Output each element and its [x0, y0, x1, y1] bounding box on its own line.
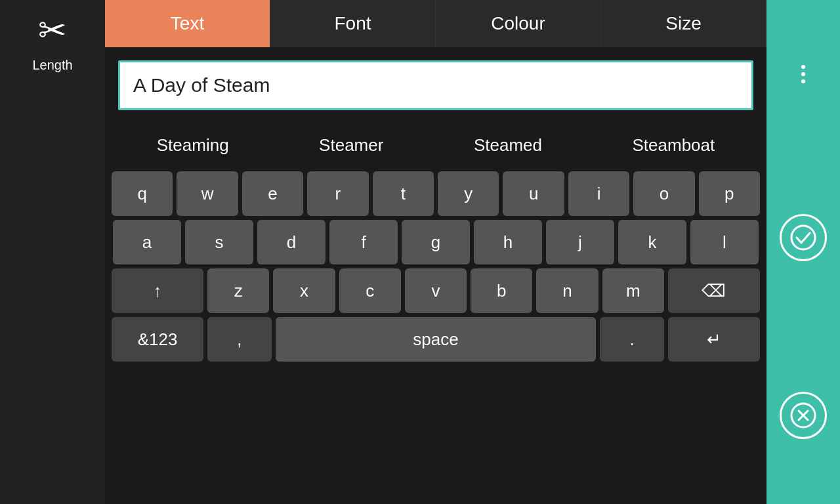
key-f[interactable]: f	[329, 220, 398, 264]
sidebar: ✂ Length	[0, 0, 105, 504]
key-e[interactable]: e	[242, 171, 303, 216]
more-dot-3	[801, 79, 805, 83]
keyboard-row-4: &123 , space . ↵	[112, 317, 760, 362]
checkmark-icon	[790, 224, 816, 251]
key-n[interactable]: n	[536, 268, 598, 313]
keyboard-row-3: ↑ z x c v b n m ⌫	[112, 268, 760, 313]
comma-key[interactable]: ,	[207, 317, 272, 362]
text-input[interactable]	[118, 60, 753, 110]
cancel-button[interactable]	[780, 392, 827, 439]
symbols-key[interactable]: &123	[112, 317, 203, 362]
suggestion-steamer[interactable]: Steamer	[311, 130, 391, 161]
period-key[interactable]: .	[600, 317, 664, 362]
svg-point-0	[791, 226, 815, 249]
key-p[interactable]: p	[699, 171, 760, 216]
suggestion-steamboat[interactable]: Steamboat	[624, 130, 723, 161]
main-content: Text Font Colour Size Steaming Steamer S…	[105, 0, 766, 504]
tab-bar: Text Font Colour Size	[105, 0, 766, 47]
key-a[interactable]: a	[113, 220, 181, 264]
shift-key[interactable]: ↑	[112, 268, 203, 313]
key-t[interactable]: t	[373, 171, 434, 216]
key-b[interactable]: b	[471, 268, 532, 313]
key-g[interactable]: g	[402, 220, 470, 264]
key-i[interactable]: i	[568, 171, 629, 216]
scissors-icon: ✂	[38, 13, 67, 47]
more-dot-2	[801, 72, 805, 76]
key-o[interactable]: o	[633, 171, 694, 216]
suggestion-steaming[interactable]: Steaming	[149, 130, 237, 161]
key-m[interactable]: m	[602, 268, 664, 313]
enter-key[interactable]: ↵	[668, 317, 760, 362]
tab-size[interactable]: Size	[601, 0, 766, 47]
key-c[interactable]: c	[339, 268, 401, 313]
key-h[interactable]: h	[474, 220, 542, 264]
key-l[interactable]: l	[690, 220, 759, 264]
key-u[interactable]: u	[503, 171, 564, 216]
key-v[interactable]: v	[405, 268, 467, 313]
suggestion-steamed[interactable]: Steamed	[466, 130, 550, 161]
key-y[interactable]: y	[438, 171, 499, 216]
keyboard-row-2: a s d f g h j k l	[112, 220, 760, 264]
close-icon	[790, 402, 816, 429]
tab-text[interactable]: Text	[105, 0, 270, 47]
key-q[interactable]: q	[112, 171, 173, 216]
key-s[interactable]: s	[185, 220, 253, 264]
keyboard-row-1: q w e r t y u i o p	[112, 171, 760, 216]
confirm-button[interactable]	[780, 214, 827, 261]
backspace-key[interactable]: ⌫	[668, 268, 760, 313]
tab-font[interactable]: Font	[270, 0, 436, 47]
length-label: Length	[32, 58, 72, 73]
action-bar	[766, 0, 840, 504]
key-x[interactable]: x	[273, 268, 335, 313]
key-k[interactable]: k	[618, 220, 686, 264]
space-key[interactable]: space	[276, 317, 597, 362]
keyboard: q w e r t y u i o p a s d f g h j k l ↑ …	[105, 167, 766, 504]
more-options-icon[interactable]	[801, 65, 805, 83]
suggestions-bar: Steaming Steamer Steamed Steamboat	[105, 117, 766, 167]
key-w[interactable]: w	[177, 171, 238, 216]
key-j[interactable]: j	[546, 220, 614, 264]
key-r[interactable]: r	[307, 171, 368, 216]
key-d[interactable]: d	[257, 220, 326, 264]
more-dot-1	[801, 65, 805, 69]
key-z[interactable]: z	[207, 268, 269, 313]
input-area	[105, 47, 766, 117]
tab-colour[interactable]: Colour	[436, 0, 601, 47]
